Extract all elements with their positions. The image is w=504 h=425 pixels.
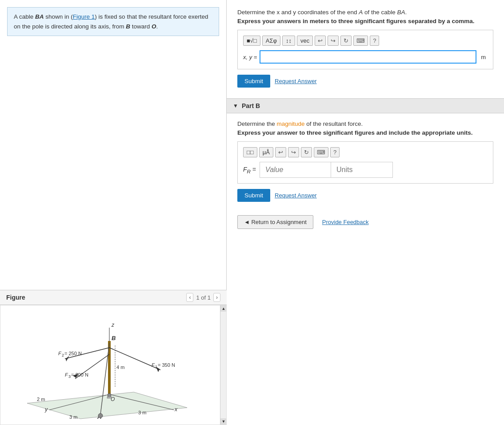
part-a-section: Determine the x and y coordinates of the… [237, 9, 493, 88]
toolbar-matrix-btn[interactable]: ■√□ [243, 36, 260, 46]
figure-header: Figure ‹ 1 of 1 › [0, 290, 227, 305]
figure-next-button[interactable]: › [213, 293, 220, 302]
svg-text:B: B [112, 335, 116, 341]
point-b-label: B [126, 23, 130, 30]
part-b-submit-button[interactable]: Submit [237, 189, 270, 202]
part-a-input-label: x, y = [243, 54, 257, 60]
figure-title: Figure [6, 294, 25, 301]
svg-text:= 250 N: = 250 N [64, 351, 82, 356]
toolbar-undo-btn[interactable]: ↩ [315, 36, 326, 46]
toolbar-keyboard-btn[interactable]: ⌨ [353, 36, 368, 46]
part-a-request-answer-link[interactable]: Request Answer [275, 78, 317, 84]
toolbar-help-btn[interactable]: ? [370, 36, 379, 46]
svg-text:z: z [111, 322, 115, 328]
figure-link[interactable]: Figure 1 [73, 13, 95, 20]
part-b-toolbar-undo-btn[interactable]: ↩ [275, 147, 286, 157]
part-a-action-row: Submit Request Answer [237, 75, 493, 88]
part-b-instruction: Express your answer to three significant… [237, 129, 493, 136]
part-b-toolbar-keyboard-btn[interactable]: ⌨ [314, 147, 328, 157]
part-b-request-answer-link[interactable]: Request Answer [275, 192, 317, 199]
figure-nav: ‹ 1 of 1 › [186, 293, 220, 302]
provide-feedback-link[interactable]: Provide Feedback [322, 219, 369, 225]
figure-svg: z x y B A O [0, 305, 221, 425]
svg-point-33 [98, 413, 103, 418]
part-a-toolbar: ■√□ ΑΣφ ↕↕ vec ↩ ↪ ↻ ⌨ ? [243, 36, 488, 46]
part-b-toolbar: □□ μÅ ↩ ↪ ↻ ⌨ ? [243, 147, 488, 157]
part-b-toolbar-matrix-btn[interactable]: □□ [243, 147, 257, 157]
fr-label: FR = [243, 166, 256, 174]
part-a-unit-label: m [479, 54, 488, 60]
part-b-header: ▼ Part B [227, 98, 504, 113]
part-b-toolbar-redo-btn[interactable]: ↪ [288, 147, 299, 157]
part-b-answer-box: □□ μÅ ↩ ↪ ↻ ⌨ ? FR = [237, 141, 493, 184]
svg-text:= 350 N: = 350 N [158, 362, 175, 368]
part-b-toolbar-refresh-btn[interactable]: ↻ [301, 147, 312, 157]
svg-rect-35 [107, 397, 112, 398]
part-b-magnitude-highlight: magnitude [277, 120, 305, 127]
point-o-label: O [152, 23, 156, 30]
figure-nav-text: 1 of 1 [196, 294, 211, 301]
part-a-end-label: A [359, 9, 363, 16]
part-b-question: Determine the magnitude of the resultant… [237, 120, 493, 127]
part-a-answer-box: ■√□ ΑΣφ ↕↕ vec ↩ ↪ ↻ ⌨ ? x, y = m [237, 30, 493, 69]
figure-section: Figure ‹ 1 of 1 › z [0, 290, 227, 425]
svg-text:2 m: 2 m [37, 397, 45, 402]
bottom-actions: ◄ Return to Assignment Provide Feedback [237, 215, 493, 229]
svg-text:3 m: 3 m [138, 410, 146, 415]
collapse-arrow-icon[interactable]: ▼ [233, 103, 238, 109]
part-a-question: Determine the x and y coordinates of the… [237, 9, 493, 16]
return-assignment-button[interactable]: ◄ Return to Assignment [237, 215, 313, 229]
part-a-submit-button[interactable]: Submit [237, 75, 270, 88]
toolbar-vec-btn[interactable]: vec [297, 36, 313, 46]
fr-value-input[interactable] [260, 162, 331, 178]
svg-text:3 m: 3 m [69, 414, 77, 420]
svg-text:2: 2 [62, 353, 64, 357]
figure-prev-button[interactable]: ‹ [186, 293, 193, 302]
svg-text:x: x [174, 406, 178, 413]
toolbar-symbol-btn[interactable]: ΑΣφ [262, 36, 280, 46]
cable-ba-label: BA [35, 13, 44, 20]
scroll-up[interactable]: ▲ [220, 305, 227, 312]
svg-text:3: 3 [68, 374, 71, 379]
scroll-down[interactable]: ▼ [220, 418, 227, 425]
part-b-toolbar-help-btn[interactable]: ? [330, 147, 340, 157]
svg-text:y: y [44, 406, 48, 413]
fr-input-row: FR = [243, 162, 488, 178]
part-b-section: Determine the magnitude of the resultant… [237, 120, 493, 202]
part-b-action-row: Submit Request Answer [237, 189, 493, 202]
part-b-toolbar-symbol-btn[interactable]: μÅ [259, 147, 273, 157]
svg-text:= 300 N: = 300 N [71, 372, 88, 377]
part-a-instruction: Express your answers in meters to three … [237, 18, 493, 24]
svg-text:4 m: 4 m [116, 365, 124, 370]
fr-units-input[interactable] [331, 162, 393, 178]
part-a-cable-label: BA [397, 9, 405, 16]
part-a-answer-input[interactable] [260, 50, 476, 64]
toolbar-redo-btn[interactable]: ↪ [328, 36, 339, 46]
toolbar-arrow-btn[interactable]: ↕↕ [282, 36, 295, 46]
part-a-input-row: x, y = m [243, 50, 488, 64]
figure-image: z x y B A O [0, 305, 227, 425]
part-b-title: Part B [242, 102, 260, 109]
problem-statement: A cable BA shown in (Figure 1) is fixed … [7, 7, 219, 36]
scroll-bar[interactable]: ▲ ▼ [220, 305, 226, 425]
toolbar-refresh-btn[interactable]: ↻ [340, 36, 352, 46]
